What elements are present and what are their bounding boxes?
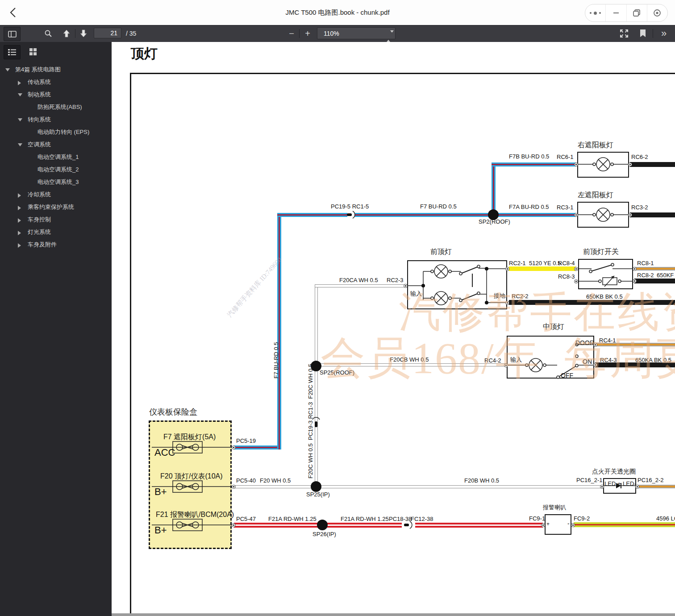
connector-terminal [505, 301, 509, 305]
wire-lgrd [574, 522, 675, 527]
restore-button[interactable] [626, 4, 647, 21]
toc-item[interactable]: 车身及附件 [0, 238, 112, 251]
toc-item-label: 防抱死系统(ABS) [38, 103, 82, 112]
arrow-down-icon [80, 29, 87, 37]
toc-item[interactable]: 电动助力转向 (EPS) [0, 126, 112, 138]
bookmark-button[interactable] [636, 27, 650, 40]
wire-label: LED + [604, 480, 621, 487]
connector-terminal [600, 485, 604, 489]
page-number-input[interactable] [94, 28, 121, 38]
caret-down-icon[interactable] [18, 118, 28, 121]
right-visor-lamp-box-title: 右遮阳板灯 [578, 141, 613, 150]
zoom-level-select[interactable]: 110% [317, 27, 396, 39]
toc-item-label: 转向系统 [28, 115, 51, 124]
wire-label: + [546, 521, 550, 527]
toc-item[interactable]: 转向系统 [0, 113, 112, 126]
wire-label: F21A RD-WH 1.25 [341, 516, 389, 522]
viewer-background-strip [112, 613, 675, 616]
caret-down-icon[interactable] [5, 68, 15, 71]
connector-terminal [232, 445, 236, 450]
wire-label: 接地 [494, 292, 505, 300]
more-options-button[interactable] [585, 4, 605, 21]
toc-item-label: 灯光系统 [28, 228, 51, 237]
thumbnails-grid-icon [29, 48, 37, 56]
target-icon [653, 8, 662, 17]
wire-label: F20CB WH 0.5 [390, 356, 429, 363]
toc-item-label: 制动系统 [28, 90, 51, 99]
wire-label: SP2(ROOF) [479, 218, 510, 225]
toc-item-label: 传动系统 [28, 78, 51, 87]
connector-terminal [232, 485, 236, 489]
wire-label: FC9-2 [574, 515, 590, 522]
connector-terminal [574, 162, 578, 166]
wire-label: - [567, 520, 570, 527]
toc-item[interactable]: 制动系统 [0, 88, 112, 101]
caret-right-icon[interactable] [18, 243, 28, 248]
wire-label: F7B BU-RD 0.5 [509, 153, 549, 160]
wire-label: F7 遮阳板灯(5A) [163, 433, 216, 442]
connector-terminal [504, 363, 508, 367]
wire-label: PC19-5 RC1-5 [331, 203, 369, 210]
thumbnails-view-button[interactable] [25, 45, 41, 58]
left-visor-lamp-box [577, 202, 629, 228]
zoom-out-button[interactable]: − [285, 27, 298, 40]
restore-icon [632, 8, 641, 17]
wire-ye [509, 266, 576, 271]
more-tools-button[interactable]: » [656, 27, 671, 40]
wire-bu [277, 213, 347, 217]
page-title: 顶灯 [131, 45, 158, 63]
wire-label: 输入 [410, 290, 422, 298]
connector-terminal [574, 267, 578, 271]
connector-terminal [571, 523, 575, 527]
zoom-in-button[interactable]: + [301, 27, 314, 40]
caret-right-icon[interactable] [18, 193, 28, 198]
toggle-sidebar-button[interactable] [4, 27, 21, 41]
toc-item[interactable]: 电动空调系统_2 [0, 163, 112, 176]
caret-right-icon[interactable] [18, 206, 28, 210]
caret-right-icon[interactable] [18, 81, 28, 85]
search-icon [44, 29, 52, 37]
toc-item[interactable]: 乘客约束保护系统 [0, 201, 112, 213]
previous-page-button[interactable] [60, 27, 73, 40]
toc-item-label: 电动空调系统_2 [38, 165, 79, 174]
toc-item[interactable]: 车身控制 [0, 213, 112, 226]
caret-down-icon[interactable] [18, 93, 28, 96]
wire-label: FC12-38 [411, 516, 433, 522]
browser-window-controls [585, 4, 668, 22]
select-spinner-icon [387, 30, 391, 42]
target-button[interactable] [647, 4, 667, 21]
connector-terminal [541, 523, 545, 527]
wire-rdwh [415, 523, 543, 528]
toc-item[interactable]: 空调系统 [0, 138, 112, 151]
toc-item[interactable]: 电动空调系统_1 [0, 151, 112, 163]
toc-item[interactable]: 冷却系统 [0, 188, 112, 201]
search-button[interactable] [41, 27, 55, 40]
connector-terminal [633, 279, 637, 283]
outline-view-button[interactable] [4, 45, 21, 59]
dome-light-switch-box-title: 前顶灯开关 [583, 247, 619, 257]
sidebar-toggle-icon [8, 31, 17, 37]
wire-bu [355, 213, 493, 217]
toc-item[interactable]: 防抱死系统(ABS) [0, 101, 112, 113]
toc-item-label: 电动空调系统_1 [38, 153, 79, 162]
connector-terminal [505, 267, 509, 271]
toc-item[interactable]: 电动空调系统_3 [0, 176, 112, 188]
caret-down-icon[interactable] [18, 143, 28, 146]
wire-wh [318, 485, 602, 488]
wire-label: F20 顶灯/仪表(10A) [160, 472, 223, 481]
caret-right-icon[interactable] [18, 218, 28, 223]
caret-right-icon[interactable] [18, 231, 28, 235]
splice-point [317, 520, 328, 530]
next-page-button[interactable] [77, 27, 90, 40]
minimize-button[interactable] [605, 4, 626, 21]
wire-label: ON [583, 358, 592, 365]
toc-item[interactable]: 第4篇 系统电路图 [0, 63, 112, 76]
toc-item[interactable]: 灯光系统 [0, 226, 112, 238]
wire-label: RC2-3 [387, 277, 404, 283]
wire-label: F7A BU-RD 0.5 [509, 204, 549, 210]
wire-bk [634, 279, 675, 283]
presentation-mode-button[interactable] [617, 27, 632, 40]
wire-label: 650KB BK 0.5 [586, 293, 623, 300]
wire-label: ACC [154, 447, 175, 458]
toc-item[interactable]: 传动系统 [0, 76, 112, 88]
